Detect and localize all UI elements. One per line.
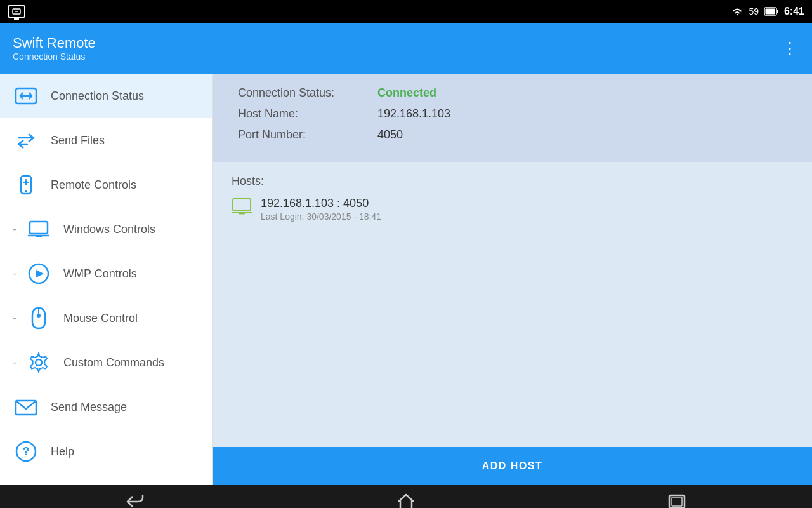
laptop-icon (25, 216, 52, 243)
svg-point-19 (37, 314, 41, 318)
add-host-label: ADD HOST (482, 460, 543, 472)
indent-dash-windows: - (13, 223, 16, 236)
wifi-icon (731, 6, 743, 17)
status-bar-left (8, 5, 25, 18)
sidebar-item-label-connection-status: Connection Status (51, 90, 144, 103)
remote-icon (13, 171, 39, 198)
time-display: 6:41 (784, 6, 804, 17)
port-label: Port Number: (238, 128, 377, 142)
sidebar-item-windows-controls[interactable]: - Windows Controls (0, 207, 212, 251)
port-value: 4050 (377, 128, 403, 142)
status-label: Connection Status: (238, 86, 377, 100)
status-row: Connection Status: Connected (238, 86, 787, 100)
port-row: Port Number: 4050 (238, 128, 787, 142)
sidebar-item-send-files[interactable]: Send Files (0, 118, 212, 163)
app-bar-title: Swift Remote Connection Status (13, 35, 96, 62)
battery-icon (764, 7, 779, 16)
host-list-item[interactable]: 192.168.1.103 : 4050 Last Login: 30/03/2… (232, 197, 793, 222)
hostname-value: 192.168.1.103 (377, 107, 450, 121)
status-bar: 59 6:41 (0, 0, 812, 23)
battery-level: 59 (749, 6, 759, 17)
svg-rect-27 (233, 199, 251, 211)
send-files-icon (13, 127, 39, 154)
app-subtitle: Connection Status (13, 51, 96, 62)
sidebar-item-label-help: Help (51, 445, 74, 458)
svg-text:?: ? (23, 445, 30, 458)
hosts-label: Hosts: (232, 175, 793, 188)
sidebar-item-label-send-files: Send Files (51, 134, 105, 147)
svg-point-20 (36, 359, 42, 366)
email-icon (13, 394, 39, 420)
screen-cast-icon (8, 5, 25, 18)
sidebar-item-connection-status[interactable]: Connection Status (0, 74, 212, 118)
sidebar-item-label-send-message: Send Message (51, 401, 127, 414)
mouse-icon (25, 305, 52, 331)
indent-dash-mouse: - (13, 312, 16, 325)
back-button[interactable] (110, 489, 160, 508)
sidebar-item-wmp-controls[interactable]: - WMP Controls (0, 251, 212, 296)
sidebar-item-label-windows-controls: Windows Controls (63, 223, 155, 236)
host-info: 192.168.1.103 : 4050 Last Login: 30/03/2… (261, 197, 381, 222)
info-icon (13, 483, 39, 485)
svg-marker-17 (36, 270, 44, 277)
status-bar-right: 59 6:41 (731, 6, 804, 17)
sidebar-item-label-remote-controls: Remote Controls (51, 178, 136, 192)
recents-button[interactable] (652, 489, 702, 508)
sidebar-item-about-us[interactable]: About Us (0, 474, 212, 485)
sidebar-item-help[interactable]: ? Help (0, 429, 212, 474)
indent-dash-custom: - (13, 356, 16, 370)
host-last-login: Last Login: 30/03/2015 - 18:41 (261, 211, 381, 222)
sidebar-item-label-custom-commands: Custom Commands (63, 356, 164, 370)
svg-rect-15 (36, 236, 42, 237)
sidebar-item-mouse-control[interactable]: - Mouse Control (0, 296, 212, 340)
app-bar: Swift Remote Connection Status ⋮ (0, 23, 812, 74)
host-laptop-icon (232, 198, 252, 215)
main-layout: Connection Status Send Files (0, 74, 812, 485)
hosts-section: Hosts: 192.168.1.103 : 4050 Last Login: … (213, 162, 812, 447)
svg-rect-4 (777, 10, 778, 13)
sidebar-item-send-message[interactable]: Send Message (0, 385, 212, 429)
home-button[interactable] (381, 489, 431, 508)
bottom-navigation (0, 485, 812, 508)
play-icon (25, 260, 52, 287)
svg-rect-13 (30, 222, 48, 234)
sidebar-item-remote-controls[interactable]: Remote Controls (0, 163, 212, 207)
status-value: Connected (377, 86, 436, 100)
transfer-icon (13, 83, 39, 109)
svg-point-10 (25, 190, 27, 192)
svg-rect-31 (672, 497, 682, 506)
add-host-button[interactable]: ADD HOST (213, 447, 812, 485)
hostname-row: Host Name: 192.168.1.103 (238, 107, 787, 121)
overflow-menu-button[interactable]: ⋮ (782, 39, 799, 58)
gear-icon (25, 349, 52, 376)
app-name: Swift Remote (13, 35, 96, 51)
connection-info-panel: Connection Status: Connected Host Name: … (213, 74, 812, 162)
svg-rect-3 (765, 9, 775, 15)
sidebar-item-label-mouse-control: Mouse Control (63, 312, 138, 325)
help-icon: ? (13, 438, 39, 465)
svg-rect-29 (239, 213, 245, 215)
hostname-label: Host Name: (238, 107, 377, 121)
indent-dash-wmp: - (13, 267, 16, 281)
sidebar-item-custom-commands[interactable]: - Custom Commands (0, 340, 212, 385)
host-address: 192.168.1.103 : 4050 (261, 197, 381, 210)
sidebar-item-label-wmp-controls: WMP Controls (63, 267, 137, 281)
sidebar: Connection Status Send Files (0, 74, 213, 485)
content-area: Connection Status: Connected Host Name: … (213, 74, 812, 485)
